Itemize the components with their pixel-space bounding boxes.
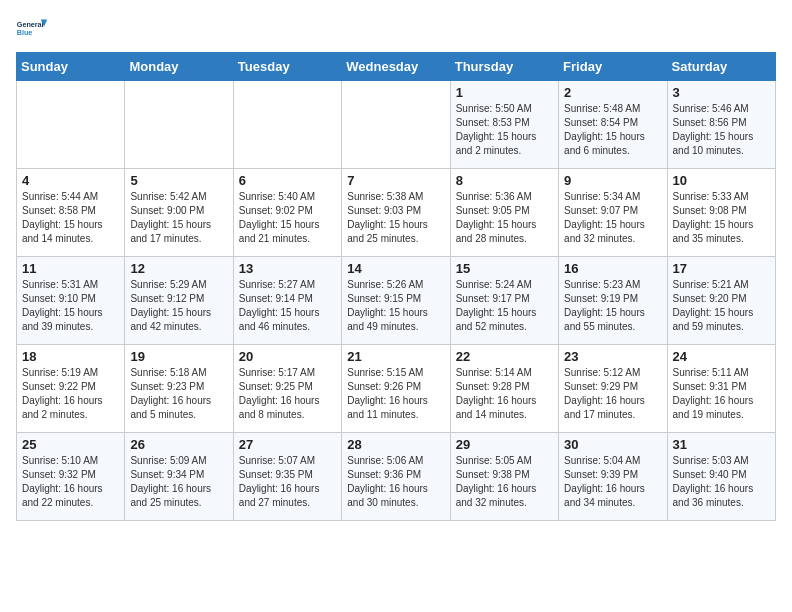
day-info: Sunrise: 5:38 AM Sunset: 9:03 PM Dayligh… [347, 190, 444, 246]
day-cell: 17Sunrise: 5:21 AM Sunset: 9:20 PM Dayli… [667, 257, 775, 345]
day-cell: 16Sunrise: 5:23 AM Sunset: 9:19 PM Dayli… [559, 257, 667, 345]
week-row-3: 11Sunrise: 5:31 AM Sunset: 9:10 PM Dayli… [17, 257, 776, 345]
header-day-sunday: Sunday [17, 53, 125, 81]
header: GeneralBlue [16, 16, 776, 44]
day-cell: 7Sunrise: 5:38 AM Sunset: 9:03 PM Daylig… [342, 169, 450, 257]
day-info: Sunrise: 5:10 AM Sunset: 9:32 PM Dayligh… [22, 454, 119, 510]
day-info: Sunrise: 5:26 AM Sunset: 9:15 PM Dayligh… [347, 278, 444, 334]
day-number: 21 [347, 349, 444, 364]
day-info: Sunrise: 5:17 AM Sunset: 9:25 PM Dayligh… [239, 366, 336, 422]
day-cell: 12Sunrise: 5:29 AM Sunset: 9:12 PM Dayli… [125, 257, 233, 345]
day-info: Sunrise: 5:18 AM Sunset: 9:23 PM Dayligh… [130, 366, 227, 422]
day-cell: 4Sunrise: 5:44 AM Sunset: 8:58 PM Daylig… [17, 169, 125, 257]
day-cell: 11Sunrise: 5:31 AM Sunset: 9:10 PM Dayli… [17, 257, 125, 345]
day-cell: 22Sunrise: 5:14 AM Sunset: 9:28 PM Dayli… [450, 345, 558, 433]
day-cell [17, 81, 125, 169]
day-number: 22 [456, 349, 553, 364]
svg-text:Blue: Blue [17, 28, 33, 37]
day-number: 14 [347, 261, 444, 276]
day-info: Sunrise: 5:05 AM Sunset: 9:38 PM Dayligh… [456, 454, 553, 510]
day-number: 15 [456, 261, 553, 276]
week-row-4: 18Sunrise: 5:19 AM Sunset: 9:22 PM Dayli… [17, 345, 776, 433]
day-number: 29 [456, 437, 553, 452]
day-cell: 26Sunrise: 5:09 AM Sunset: 9:34 PM Dayli… [125, 433, 233, 521]
day-info: Sunrise: 5:50 AM Sunset: 8:53 PM Dayligh… [456, 102, 553, 158]
day-cell [125, 81, 233, 169]
day-cell: 25Sunrise: 5:10 AM Sunset: 9:32 PM Dayli… [17, 433, 125, 521]
header-day-thursday: Thursday [450, 53, 558, 81]
week-row-1: 1Sunrise: 5:50 AM Sunset: 8:53 PM Daylig… [17, 81, 776, 169]
day-number: 1 [456, 85, 553, 100]
header-day-saturday: Saturday [667, 53, 775, 81]
day-cell: 6Sunrise: 5:40 AM Sunset: 9:02 PM Daylig… [233, 169, 341, 257]
day-number: 30 [564, 437, 661, 452]
day-info: Sunrise: 5:27 AM Sunset: 9:14 PM Dayligh… [239, 278, 336, 334]
day-number: 3 [673, 85, 770, 100]
day-info: Sunrise: 5:24 AM Sunset: 9:17 PM Dayligh… [456, 278, 553, 334]
day-info: Sunrise: 5:09 AM Sunset: 9:34 PM Dayligh… [130, 454, 227, 510]
calendar-body: 1Sunrise: 5:50 AM Sunset: 8:53 PM Daylig… [17, 81, 776, 521]
day-info: Sunrise: 5:03 AM Sunset: 9:40 PM Dayligh… [673, 454, 770, 510]
day-number: 23 [564, 349, 661, 364]
day-number: 17 [673, 261, 770, 276]
day-number: 8 [456, 173, 553, 188]
day-info: Sunrise: 5:40 AM Sunset: 9:02 PM Dayligh… [239, 190, 336, 246]
day-cell: 20Sunrise: 5:17 AM Sunset: 9:25 PM Dayli… [233, 345, 341, 433]
calendar-header: SundayMondayTuesdayWednesdayThursdayFrid… [17, 53, 776, 81]
day-number: 2 [564, 85, 661, 100]
header-row: SundayMondayTuesdayWednesdayThursdayFrid… [17, 53, 776, 81]
day-cell [342, 81, 450, 169]
day-info: Sunrise: 5:48 AM Sunset: 8:54 PM Dayligh… [564, 102, 661, 158]
day-cell: 14Sunrise: 5:26 AM Sunset: 9:15 PM Dayli… [342, 257, 450, 345]
day-cell: 1Sunrise: 5:50 AM Sunset: 8:53 PM Daylig… [450, 81, 558, 169]
day-cell: 9Sunrise: 5:34 AM Sunset: 9:07 PM Daylig… [559, 169, 667, 257]
day-info: Sunrise: 5:29 AM Sunset: 9:12 PM Dayligh… [130, 278, 227, 334]
day-number: 18 [22, 349, 119, 364]
day-info: Sunrise: 5:36 AM Sunset: 9:05 PM Dayligh… [456, 190, 553, 246]
day-cell: 10Sunrise: 5:33 AM Sunset: 9:08 PM Dayli… [667, 169, 775, 257]
day-number: 11 [22, 261, 119, 276]
day-number: 27 [239, 437, 336, 452]
day-number: 9 [564, 173, 661, 188]
logo-icon: GeneralBlue [16, 16, 48, 44]
week-row-2: 4Sunrise: 5:44 AM Sunset: 8:58 PM Daylig… [17, 169, 776, 257]
day-number: 4 [22, 173, 119, 188]
day-info: Sunrise: 5:19 AM Sunset: 9:22 PM Dayligh… [22, 366, 119, 422]
day-info: Sunrise: 5:34 AM Sunset: 9:07 PM Dayligh… [564, 190, 661, 246]
day-info: Sunrise: 5:11 AM Sunset: 9:31 PM Dayligh… [673, 366, 770, 422]
day-number: 24 [673, 349, 770, 364]
day-cell: 13Sunrise: 5:27 AM Sunset: 9:14 PM Dayli… [233, 257, 341, 345]
header-day-tuesday: Tuesday [233, 53, 341, 81]
day-info: Sunrise: 5:44 AM Sunset: 8:58 PM Dayligh… [22, 190, 119, 246]
day-cell: 31Sunrise: 5:03 AM Sunset: 9:40 PM Dayli… [667, 433, 775, 521]
day-info: Sunrise: 5:12 AM Sunset: 9:29 PM Dayligh… [564, 366, 661, 422]
day-info: Sunrise: 5:15 AM Sunset: 9:26 PM Dayligh… [347, 366, 444, 422]
day-number: 5 [130, 173, 227, 188]
day-info: Sunrise: 5:42 AM Sunset: 9:00 PM Dayligh… [130, 190, 227, 246]
day-info: Sunrise: 5:07 AM Sunset: 9:35 PM Dayligh… [239, 454, 336, 510]
day-number: 7 [347, 173, 444, 188]
day-cell: 15Sunrise: 5:24 AM Sunset: 9:17 PM Dayli… [450, 257, 558, 345]
day-info: Sunrise: 5:06 AM Sunset: 9:36 PM Dayligh… [347, 454, 444, 510]
week-row-5: 25Sunrise: 5:10 AM Sunset: 9:32 PM Dayli… [17, 433, 776, 521]
day-info: Sunrise: 5:46 AM Sunset: 8:56 PM Dayligh… [673, 102, 770, 158]
day-cell: 5Sunrise: 5:42 AM Sunset: 9:00 PM Daylig… [125, 169, 233, 257]
day-cell [233, 81, 341, 169]
day-cell: 2Sunrise: 5:48 AM Sunset: 8:54 PM Daylig… [559, 81, 667, 169]
day-cell: 18Sunrise: 5:19 AM Sunset: 9:22 PM Dayli… [17, 345, 125, 433]
day-number: 12 [130, 261, 227, 276]
day-number: 28 [347, 437, 444, 452]
day-number: 6 [239, 173, 336, 188]
day-info: Sunrise: 5:21 AM Sunset: 9:20 PM Dayligh… [673, 278, 770, 334]
day-number: 19 [130, 349, 227, 364]
header-day-friday: Friday [559, 53, 667, 81]
day-info: Sunrise: 5:14 AM Sunset: 9:28 PM Dayligh… [456, 366, 553, 422]
day-number: 16 [564, 261, 661, 276]
day-cell: 8Sunrise: 5:36 AM Sunset: 9:05 PM Daylig… [450, 169, 558, 257]
day-cell: 30Sunrise: 5:04 AM Sunset: 9:39 PM Dayli… [559, 433, 667, 521]
calendar-table: SundayMondayTuesdayWednesdayThursdayFrid… [16, 52, 776, 521]
day-number: 13 [239, 261, 336, 276]
day-info: Sunrise: 5:33 AM Sunset: 9:08 PM Dayligh… [673, 190, 770, 246]
header-day-wednesday: Wednesday [342, 53, 450, 81]
day-number: 31 [673, 437, 770, 452]
